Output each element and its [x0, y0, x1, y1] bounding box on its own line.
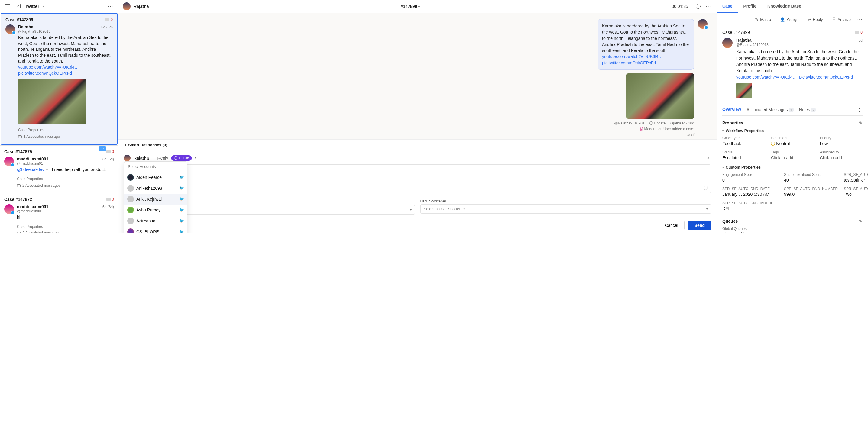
refresh-button[interactable] [694, 3, 702, 10]
reply-action[interactable]: ↩Reply [804, 15, 826, 24]
associated-messages-link[interactable]: 1 Associated message [18, 134, 113, 140]
link-youtube[interactable]: youtube.com/watch?v=-UK3l4… [18, 65, 79, 69]
bubble-text: Karnataka is bordered by the Arabian Sea… [602, 24, 689, 53]
caret-right-icon [125, 143, 126, 146]
assign-action[interactable]: 👤Assign [776, 15, 802, 24]
property-status[interactable]: StatusEscalated [722, 150, 765, 160]
case-properties-link[interactable]: Case Properties [18, 127, 113, 134]
account-search-input[interactable] [127, 164, 184, 169]
more-options-button[interactable]: ··· [107, 3, 115, 10]
link-youtube[interactable]: youtube.com/watch?v=-UK3l4… [736, 75, 797, 79]
case-card[interactable]: ↩ Case #147875 0 maddi laxmi001 6d (6d) … [0, 145, 118, 193]
twitter-icon: 🐦 [179, 219, 184, 223]
property-engagement-score[interactable]: Engagement Score0 [722, 172, 778, 183]
associated-messages-link[interactable]: 3 Associated messages [17, 230, 114, 233]
chevron-down-icon[interactable]: ▾ [195, 156, 196, 160]
select-all-checkbox[interactable]: ✓ [14, 2, 22, 10]
message-meta: @Rajatha95169013 · Update · Rajatha M · … [128, 121, 708, 126]
attached-image[interactable] [18, 78, 86, 124]
case-properties-link[interactable]: Case Properties [17, 224, 114, 230]
reply-flag-icon: ↩ [99, 146, 106, 151]
case-timer: 00:01:35 [672, 4, 688, 9]
smart-responses-toggle[interactable]: Smart Responses (0) [119, 139, 717, 150]
attached-image[interactable] [626, 73, 694, 119]
visibility-pill[interactable]: Public [171, 155, 192, 161]
close-compose-button[interactable]: × [705, 154, 711, 162]
edit-icon[interactable]: ✎ [859, 121, 863, 125]
hamburger-menu-button[interactable] [4, 3, 11, 9]
more-options-button[interactable]: ··· [705, 3, 712, 10]
chevron-down-icon: ▾ [410, 208, 412, 211]
account-name: CS_BLORE1 [136, 229, 161, 233]
compose-textarea[interactable] [124, 164, 711, 193]
custom-properties-toggle[interactable]: ▾Custom Properties [722, 165, 863, 169]
avatar [123, 2, 130, 10]
property-priority[interactable]: PriorityLow [820, 136, 863, 146]
mention-link[interactable]: @bdeepakdev [17, 167, 44, 172]
case-card[interactable]: Case #147899 0 Rajatha 5d (5d) @Rajatha9… [1, 13, 118, 145]
property-tags[interactable]: TagsClick to add [771, 150, 814, 160]
subtab-associated[interactable]: Associated Messages1 [746, 104, 793, 115]
twitter-icon: 🐦 [179, 175, 184, 179]
refresh-icon [695, 3, 702, 10]
account-option[interactable]: Aiden Pearce🐦 [124, 172, 187, 183]
attached-image-thumb[interactable] [736, 83, 752, 98]
conversation-header: Rajatha #147899 ▾ 00:01:35 ··· [119, 0, 717, 13]
user-name: Rajatha [18, 25, 34, 29]
badge-count: 0 [111, 18, 113, 22]
wand-icon: ✎ [755, 17, 758, 22]
associated-messages-link[interactable]: 2 Associated messages [17, 183, 114, 189]
tab-knowledge-base[interactable]: Knowledge Base [762, 0, 807, 13]
workflow-properties-toggle[interactable]: ▾Workflow Properties [722, 128, 863, 133]
subtab-more-button[interactable]: ⋮ [856, 106, 863, 113]
link-youtube[interactable]: youtube.com/watch?v=-UK3l4… [602, 54, 662, 59]
subtab-notes[interactable]: Notes2 [799, 104, 816, 115]
case-id: Case #147899 [722, 30, 750, 35]
case-card[interactable]: Case #147872 0 maddi laxmi001 6d (6d) @m… [0, 193, 118, 233]
conversation-case-no[interactable]: #147899 ▾ [401, 4, 420, 9]
case-id: Case #147875 [4, 149, 32, 154]
property-global-queues[interactable]: Global QueuesClick to add [722, 227, 863, 233]
compose-from-name[interactable]: Rajatha [133, 156, 149, 160]
message-bubble[interactable]: Karnataka is bordered by the Arabian Sea… [597, 19, 694, 70]
property-sentiment[interactable]: SentimentNeutral [771, 136, 814, 146]
chevron-up-icon[interactable]: ⌃ [152, 156, 154, 160]
property-assigned-to[interactable]: Assigned toClick to add [820, 150, 863, 160]
avatar [127, 228, 134, 233]
cancel-button[interactable]: Cancel [658, 221, 685, 230]
property-date[interactable]: SPR_SF_AUTO_DND_DATEJanuary 7, 2020 5:30… [722, 187, 778, 197]
case-properties-link[interactable]: Case Properties [17, 176, 114, 183]
property-case-type[interactable]: Case TypeFeedback [722, 136, 765, 146]
chevron-down-icon[interactable]: ▾ [42, 4, 44, 8]
property-number[interactable]: SPR_SF_AUTO_DND_NUMBER999.0 [784, 187, 838, 197]
archive-action[interactable]: 🗄Archive [829, 15, 855, 24]
account-option[interactable]: Aniketh12693🐦 [124, 183, 187, 194]
avatar [127, 196, 134, 202]
account-option[interactable]: Ankit Kejriwal🐦 [124, 194, 187, 204]
property-share-likelihood[interactable]: Share Likelihood Score40 [784, 172, 838, 183]
property-textfield[interactable]: SPR_SF_AUTO_DND_TEXTFI…testSprinklr [844, 172, 868, 183]
macro-action[interactable]: ✎Macro [751, 15, 775, 24]
link-pic[interactable]: pic.twitter.com/nQckOEPcFd [18, 71, 72, 75]
avatar [124, 155, 130, 161]
account-option[interactable]: AzirYasuo🐦 [124, 216, 187, 226]
case-list-header: ✓ Twitter ▾ ··· [0, 0, 118, 12]
link-pic[interactable]: pic.twitter.com/nQckOEPcFd [602, 60, 656, 65]
more-actions-button[interactable]: ··· [856, 16, 864, 23]
property-picklist[interactable]: SPR_SF_AUTO_DND_PICKLISTTwo [844, 187, 868, 197]
property-multipicklist[interactable]: SPR_SF_AUTO_DND_MULTIPI…DEL [722, 201, 778, 211]
edit-icon[interactable]: ✎ [859, 219, 863, 224]
envelope-icon [17, 232, 21, 233]
account-option[interactable]: Ashu Purbey🐦 [124, 204, 187, 216]
subtab-overview[interactable]: Overview [722, 104, 741, 116]
case-id: Case #147872 [4, 197, 32, 202]
avatar [127, 218, 134, 224]
send-button[interactable]: Send [688, 221, 711, 230]
tab-profile[interactable]: Profile [738, 0, 762, 13]
tab-case[interactable]: Case [717, 0, 738, 13]
globe-icon [650, 122, 653, 125]
url-shortener-select[interactable]: Select a URL Shortener▾ [421, 204, 711, 214]
account-option[interactable]: CS_BLORE1🐦 [124, 226, 187, 233]
link-pic[interactable]: pic.twitter.com/nQckOEPcFd [799, 75, 853, 79]
more-icon: ··· [706, 4, 711, 9]
